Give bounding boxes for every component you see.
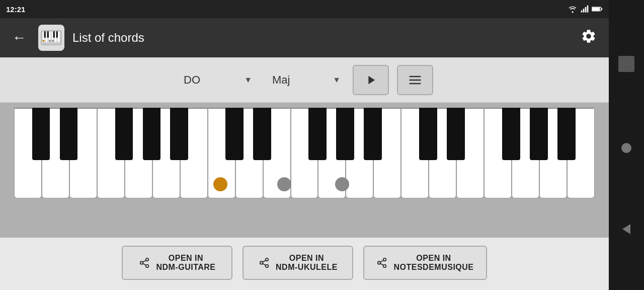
wifi-icon (568, 5, 578, 13)
black-key[interactable] (143, 108, 161, 160)
share-icon-notes (376, 257, 387, 268)
svg-rect-2 (585, 7, 587, 13)
black-key[interactable] (225, 108, 244, 160)
svg-point-20 (52, 40, 54, 42)
open-in-ukulele-label: OPEN INNDM-UKULELE (276, 254, 338, 272)
svg-point-29 (266, 258, 269, 261)
black-key[interactable] (447, 108, 465, 160)
share-icon-guitare (139, 257, 150, 268)
open-in-notesdemusique-button[interactable]: OPEN INNOTESDEMUSIQUE (363, 246, 487, 280)
open-in-guitare-button[interactable]: OPEN INNDM-GUITARE (122, 246, 232, 280)
svg-point-19 (49, 40, 51, 42)
piano-keyboard (14, 108, 595, 198)
black-key[interactable] (115, 108, 133, 160)
black-key[interactable] (336, 108, 354, 160)
play-button[interactable] (353, 65, 389, 95)
piano-container (0, 103, 609, 238)
right-bar-circle (621, 143, 631, 153)
note-dropdown[interactable]: DO RE MI FA SOL LA SI (176, 69, 256, 90)
chord-dropdown-wrapper: Maj Min 7 m7 maj7 ▼ (264, 69, 345, 90)
signal-icon (581, 5, 589, 13)
open-in-guitare-label: OPEN INNDM-GUITARE (156, 254, 215, 272)
black-key[interactable] (419, 108, 437, 160)
notes-button[interactable] (397, 65, 433, 95)
note-dropdown-wrapper: DO RE MI FA SOL LA SI ▼ (176, 69, 256, 90)
svg-rect-23 (409, 83, 421, 84)
svg-line-28 (143, 260, 146, 262)
settings-button[interactable] (577, 24, 601, 52)
svg-rect-1 (583, 9, 585, 12)
open-in-ukulele-button[interactable]: OPEN INNDM-UKULELE (243, 246, 353, 280)
black-key[interactable] (502, 108, 520, 160)
svg-rect-3 (587, 6, 589, 13)
app-bar: ← List of chords (0, 18, 609, 57)
black-key[interactable] (308, 108, 327, 160)
black-key[interactable] (170, 108, 188, 160)
controls-row: DO RE MI FA SOL LA SI ▼ Maj Min 7 m7 maj… (0, 57, 609, 103)
svg-point-26 (146, 265, 149, 268)
play-icon (364, 73, 378, 87)
svg-rect-5 (601, 8, 602, 10)
svg-rect-15 (47, 31, 49, 38)
svg-point-35 (378, 261, 381, 264)
svg-point-34 (383, 258, 386, 261)
main-content: DO RE MI FA SOL LA SI ▼ Maj Min 7 m7 maj… (0, 57, 609, 290)
right-bar (609, 0, 644, 290)
app-title: List of chords (72, 31, 569, 45)
chord-dropdown[interactable]: Maj Min 7 m7 maj7 (264, 69, 345, 90)
svg-line-33 (263, 260, 266, 262)
svg-point-36 (383, 265, 386, 268)
svg-point-31 (266, 265, 269, 268)
battery-icon (592, 6, 603, 13)
svg-rect-21 (409, 76, 421, 77)
back-button[interactable]: ← (8, 26, 30, 50)
svg-rect-14 (44, 31, 46, 38)
status-icons (568, 5, 603, 13)
black-key[interactable] (530, 108, 548, 160)
app-icon (38, 25, 64, 51)
svg-point-18 (43, 40, 45, 42)
black-key[interactable] (253, 108, 271, 160)
status-bar: 12:21 (0, 0, 609, 18)
share-icon-ukulele (259, 257, 270, 268)
sheet-icon (408, 74, 422, 86)
black-key[interactable] (364, 108, 382, 160)
right-bar-square (618, 56, 634, 72)
svg-rect-17 (56, 31, 58, 38)
svg-point-30 (260, 261, 263, 264)
open-in-notesdemusique-label: OPEN INNOTESDEMUSIQUE (393, 254, 473, 272)
status-time: 12:21 (6, 5, 25, 14)
svg-rect-6 (592, 8, 600, 11)
svg-point-25 (140, 261, 143, 264)
svg-rect-22 (409, 79, 421, 80)
black-key[interactable] (32, 108, 50, 160)
black-key[interactable] (60, 108, 78, 160)
black-key[interactable] (557, 108, 576, 160)
svg-rect-16 (53, 31, 55, 38)
open-in-row: OPEN INNDM-GUITARE OPEN INNDM-UKULELE OP… (0, 238, 609, 290)
right-bar-triangle (622, 224, 630, 234)
svg-line-37 (380, 263, 383, 265)
svg-line-27 (143, 263, 146, 265)
svg-line-38 (380, 260, 383, 262)
svg-line-32 (263, 263, 266, 265)
svg-point-24 (146, 258, 149, 261)
gear-icon (581, 28, 597, 44)
piano-icon (40, 27, 62, 49)
svg-rect-0 (581, 11, 583, 13)
